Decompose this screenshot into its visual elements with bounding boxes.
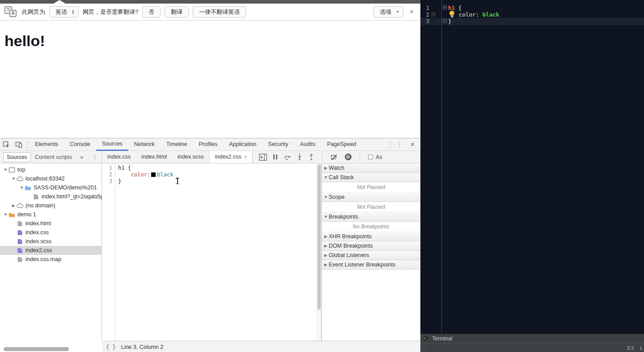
section-xhr-breakpoints[interactable]: ▶ XHR Breakpoints — [322, 232, 420, 241]
language-select[interactable]: 英语 ▲▼ — [49, 6, 79, 17]
chevron-down-icon: ▼ — [323, 215, 329, 219]
line-number: 3 — [420, 18, 429, 25]
tab-elements[interactable]: Elements — [29, 138, 64, 151]
tree-item-index-css[interactable]: index.css — [0, 228, 102, 237]
deactivate-breakpoints-icon[interactable] — [330, 154, 339, 160]
navigator-tab-content-scripts[interactable]: Content scripts — [31, 154, 76, 160]
tree-horizontal-scrollbar[interactable] — [0, 347, 102, 352]
devtools-menu-icon[interactable]: ⋮ — [392, 141, 407, 148]
gutter-marker[interactable] — [431, 12, 436, 17]
tab-console[interactable]: Console — [64, 138, 96, 151]
devtools-close-icon[interactable]: ✕ — [407, 141, 420, 148]
chevron-down-icon[interactable]: ▼ — [3, 167, 8, 172]
options-button[interactable]: 选项 ▼ — [373, 6, 403, 17]
scope-status: Not Paused — [322, 202, 420, 212]
tab-sources[interactable]: Sources — [96, 138, 128, 151]
tree-label: index.css.map — [25, 256, 61, 262]
line-number: 3 — [102, 178, 112, 185]
chevron-down-icon[interactable]: ▼ — [11, 176, 17, 181]
pause-on-exceptions-icon[interactable] — [345, 154, 352, 160]
ide-editor[interactable]: 1 2 3 h1 { color: black } — [420, 0, 644, 334]
translate-bar: 文 A 此网页为 英语 ▲▼ 网页，是否需要翻译? 否 翻译 一律不翻译英语 选… — [0, 4, 420, 21]
terminal-toolwindow-bar[interactable]: >_ Terminal — [420, 334, 644, 343]
tree-item-index2-css[interactable]: index2.css — [0, 246, 102, 255]
current-line-highlight — [420, 18, 644, 25]
section-event-listener-breakpoints[interactable]: ▶ Event Listener Breakpoints — [322, 260, 420, 270]
close-tab-icon[interactable]: × — [244, 151, 247, 163]
step-over-icon[interactable] — [284, 154, 291, 160]
async-checkbox[interactable] — [368, 155, 373, 159]
divider — [27, 141, 27, 149]
tab-audits[interactable]: Audits — [294, 138, 321, 151]
fold-marker-close[interactable] — [443, 19, 447, 23]
navigator-tab-sources[interactable]: Sources — [3, 152, 31, 162]
terminal-label[interactable]: Terminal — [432, 335, 452, 342]
tab-profiles[interactable]: Profiles — [193, 138, 223, 151]
section-label: DOM Breakpoints — [329, 243, 373, 249]
no-button[interactable]: 否 — [142, 6, 161, 17]
editor-vertical-scrollbar[interactable] — [317, 163, 321, 341]
step-into-icon[interactable] — [297, 154, 302, 160]
caret-position-label[interactable]: 3:2 — [627, 345, 634, 351]
never-translate-button[interactable]: 一律不翻译英语 — [193, 6, 246, 17]
tree-item-index-scss[interactable]: index.scss — [0, 237, 102, 246]
tree-label: SASS-DEMO/demo%201 — [34, 185, 97, 191]
chevron-right-icon[interactable]: ▶ — [11, 203, 17, 208]
section-label: Scope — [329, 194, 344, 200]
color-swatch[interactable] — [151, 172, 156, 177]
css-selector: h1 — [448, 4, 455, 11]
tree-item-top[interactable]: ▼ top — [0, 165, 102, 174]
css-value: black — [157, 172, 173, 178]
chevron-down-icon[interactable]: ▼ — [3, 212, 8, 217]
pause-script-icon[interactable] — [273, 155, 277, 159]
file-tab-index2-css[interactable]: index2.css × — [209, 151, 253, 163]
updown-chevron-icon: ▲▼ — [72, 9, 75, 14]
file-tab-index-css[interactable]: index.css — [102, 151, 136, 163]
tab-security[interactable]: Security — [262, 138, 294, 151]
tree-item-sass-demo-folder[interactable]: ▼ SASS-DEMO/demo%201 — [0, 183, 102, 192]
tree-item-no-domain[interactable]: ▶ (no domain) — [0, 201, 102, 210]
divider — [360, 153, 360, 161]
line-number-gutter: 1 2 3 — [102, 163, 115, 341]
google-translate-icon: 文 A — [4, 6, 18, 18]
scrollbar-thumb[interactable] — [4, 347, 69, 351]
section-dom-breakpoints[interactable]: ▶ DOM Breakpoints — [322, 241, 420, 251]
section-global-listeners[interactable]: ▶ Global Listeners — [322, 251, 420, 260]
devtools-panel: Elements Console Sources Network Timelin… — [0, 138, 420, 352]
navigator-menu-icon[interactable]: ⋮ — [87, 154, 102, 160]
tree-item-index-html[interactable]: index.html — [0, 219, 102, 228]
file-tab-index-scss[interactable]: index.scss — [172, 151, 209, 163]
tree-item-localhost[interactable]: ▼ localhost:63342 — [0, 174, 102, 183]
devtools-code-editor[interactable]: 1 2 3 h1 { color:black } — [102, 163, 317, 341]
page-viewport: hello! — [0, 21, 420, 138]
section-call-stack[interactable]: ▼ Call Stack — [322, 173, 420, 182]
tab-application[interactable]: Application — [223, 138, 262, 151]
section-breakpoints[interactable]: ▼ Breakpoints — [322, 212, 420, 222]
scrollbar-thumb[interactable] — [318, 164, 321, 309]
section-scope[interactable]: ▼ Scope — [322, 193, 420, 202]
chevron-right-icon: ▶ — [323, 166, 329, 170]
navigator-overflow-icon[interactable]: » — [76, 154, 87, 160]
tree-item-index-css-map[interactable]: index.css.map — [0, 255, 102, 264]
pretty-print-icon[interactable]: { } — [102, 344, 121, 350]
chevron-down-icon[interactable]: ▼ — [19, 185, 25, 190]
tree-label: index.html — [25, 220, 51, 227]
step-out-icon[interactable] — [309, 154, 314, 160]
inspect-element-icon[interactable] — [3, 141, 10, 148]
section-watch[interactable]: ▶ Watch — [322, 163, 420, 173]
translate-close-icon[interactable]: ✕ — [407, 9, 416, 15]
tree-item-demo1-folder[interactable]: ▼ demo 1 — [0, 210, 102, 219]
tab-network[interactable]: Network — [128, 138, 161, 151]
line-number: 2 — [102, 172, 112, 178]
line-ending-label[interactable]: L — [640, 345, 643, 351]
tab-pagespeed[interactable]: PageSpeed — [321, 138, 362, 151]
tab-timeline[interactable]: Timeline — [161, 138, 193, 151]
panel-toggle-icon[interactable] — [259, 154, 267, 161]
file-tab-index-html[interactable]: index.html — [136, 151, 172, 163]
translate-button[interactable]: 翻译 — [165, 6, 189, 17]
device-toolbar-icon[interactable] — [15, 141, 22, 148]
code-content[interactable]: h1 { color:black } — [115, 163, 317, 341]
fold-marker-open[interactable] — [443, 5, 447, 9]
intention-bulb-icon[interactable] — [449, 11, 455, 18]
tree-item-index-html-query[interactable]: index.html?_ijt=2oqalo5p8lq — [0, 192, 102, 201]
